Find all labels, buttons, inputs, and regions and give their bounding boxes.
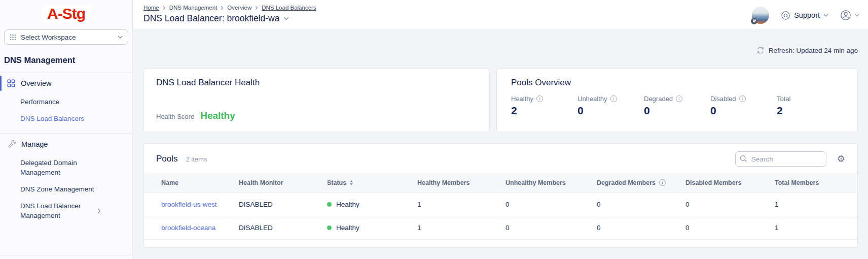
app-window: A-Stg Select Workspace DNS Management [0, 0, 868, 259]
chevron-down-icon[interactable] [283, 17, 289, 20]
workspace-selector[interactable]: Select Workspace [4, 29, 128, 45]
table-header-row: Name Health Monitor Status Healthy Membe… [144, 173, 857, 192]
total-members-cell: 1 [775, 216, 857, 239]
stat-value: 0 [644, 105, 710, 117]
info-icon[interactable]: i [610, 95, 617, 102]
summary-cards: DNS Load Balancer Health Health Score He… [143, 69, 858, 132]
breadcrumb-title-group: Home DNS Management Overview DNS Load Ba… [143, 5, 316, 24]
info-icon[interactable]: i [676, 95, 682, 102]
product-title: DNS Management [4, 55, 128, 65]
status-label: Healthy [336, 224, 359, 232]
column-status-label: Status [327, 179, 346, 186]
grid-dots-icon [10, 34, 16, 41]
sidebar-item-delegated-domain-management[interactable]: Delegated Domain Management [0, 154, 91, 181]
chevron-right-icon [97, 208, 101, 214]
degraded-members-cell: 0 [597, 192, 685, 216]
refresh-icon [756, 46, 765, 54]
search-icon [740, 155, 747, 163]
status-cell: Healthy [327, 192, 417, 216]
info-icon[interactable]: i [536, 95, 543, 102]
stat-value: 2 [777, 105, 843, 117]
table-row: brookfield-us-west DISABLED Healthy 1 0 … [144, 192, 857, 216]
sidebar-item-dns-zone-management[interactable]: DNS Zone Management [0, 181, 114, 198]
divider [0, 255, 132, 255]
active-indicator [0, 76, 2, 91]
main-area: Home DNS Management Overview DNS Load Ba… [133, 0, 868, 259]
grid-icon [7, 79, 15, 87]
avatar[interactable] [752, 7, 769, 24]
stat-disabled: Disabledi 0 [710, 95, 777, 117]
sidebar-nav: Overview Performance DNS Load Balancers … [0, 73, 132, 224]
account-menu[interactable] [840, 10, 859, 21]
column-name: Name [144, 173, 239, 192]
health-card-title: DNS Load Balancer Health [156, 78, 477, 88]
chevron-right-icon [221, 6, 224, 10]
sidebar-item-dns-load-balancer-management[interactable]: DNS Load Balancer Management [0, 198, 114, 224]
unhealthy-members-cell: 0 [505, 192, 597, 216]
healthy-members-cell: 1 [417, 192, 505, 216]
column-status: Status [327, 173, 417, 192]
info-icon[interactable]: i [659, 179, 666, 186]
wrench-icon [7, 140, 16, 148]
breadcrumb-home[interactable]: Home [143, 5, 159, 11]
sidebar-item-performance[interactable]: Performance [0, 93, 114, 110]
pools-stats-row: Healthyi 2 Unhealthyi 0 Degradedi 0 Di [511, 95, 843, 117]
table-row: brookfield-oceana DISABLED Healthy 1 0 0 [144, 216, 857, 239]
page-title-row: DNS Load Balancer: brookfield-wa [143, 13, 316, 24]
top-bar: Home DNS Management Overview DNS Load Ba… [133, 0, 868, 29]
stat-label: Disabled [710, 95, 736, 103]
status-label: Healthy [336, 201, 359, 208]
health-monitor-cell: DISABLED [239, 216, 327, 239]
brand-logo-text: A-Stg [42, 5, 90, 23]
column-health-monitor: Health Monitor [239, 173, 327, 192]
page-title: DNS Load Balancer: brookfield-wa [143, 13, 279, 24]
column-healthy-members: Healthy Members [417, 173, 505, 192]
health-score-value: Healthy [200, 110, 235, 121]
column-unhealthy-members: Unhealthy Members [505, 173, 597, 192]
page-content: Refresh: Updated 24 min ago DNS Load Bal… [133, 29, 868, 259]
health-card: DNS Load Balancer Health Health Score He… [143, 69, 490, 132]
health-score-row: Health Score Healthy [156, 110, 477, 121]
support-label: Support [794, 11, 820, 19]
stat-total: Total 2 [777, 95, 843, 117]
healthy-members-cell: 1 [417, 216, 505, 239]
pool-name-link[interactable]: brookfield-oceana [161, 224, 215, 232]
stat-degraded: Degradedi 0 [644, 95, 710, 117]
refresh-button[interactable]: Refresh: Updated 24 min ago [143, 45, 858, 56]
top-bar-actions: Support [752, 7, 859, 24]
breadcrumb: Home DNS Management Overview DNS Load Ba… [143, 5, 316, 11]
info-icon[interactable]: i [739, 95, 746, 102]
refresh-label: Refresh: Updated 24 min ago [769, 47, 858, 54]
support-menu[interactable]: Support [781, 11, 828, 20]
search-input[interactable] [735, 151, 826, 167]
sidebar-item-label: Manage [21, 140, 48, 148]
sidebar-item-dns-load-balancers[interactable]: DNS Load Balancers [0, 110, 114, 127]
pools-table-card: Pools 2 items ⚙ [143, 143, 858, 248]
breadcrumb-dns-management: DNS Management [169, 5, 218, 11]
breadcrumb-dns-load-balancers[interactable]: DNS Load Balancers [262, 5, 316, 11]
gear-icon[interactable]: ⚙ [837, 154, 845, 164]
user-icon [840, 10, 851, 21]
sidebar-item-label: Overview [21, 79, 51, 87]
sort-icon[interactable] [350, 180, 353, 185]
sidebar-item-label: DNS Load Balancer Management [20, 202, 81, 219]
chevron-down-icon [823, 14, 828, 17]
column-degraded-members-label: Degraded Members [597, 179, 656, 186]
health-monitor-cell: DISABLED [239, 192, 327, 216]
pool-name-link[interactable]: brookfield-us-west [161, 201, 217, 208]
brand-logo: A-Stg [0, 5, 132, 23]
support-icon [781, 11, 790, 20]
column-disabled-members: Disabled Members [685, 173, 775, 192]
stat-label: Healthy [511, 95, 533, 103]
lock-badge-icon [751, 18, 757, 24]
workspace-selector-label: Select Workspace [21, 34, 113, 41]
search-box [735, 151, 826, 167]
stat-value: 2 [511, 105, 577, 117]
chevron-down-icon [118, 36, 123, 39]
stat-label: Total [777, 95, 790, 103]
stat-healthy: Healthyi 2 [511, 95, 577, 117]
degraded-members-cell: 0 [597, 216, 685, 239]
sidebar-item-overview[interactable]: Overview [0, 73, 132, 93]
sidebar-item-manage[interactable]: Manage [0, 134, 132, 154]
sidebar: A-Stg Select Workspace DNS Management [0, 0, 133, 259]
